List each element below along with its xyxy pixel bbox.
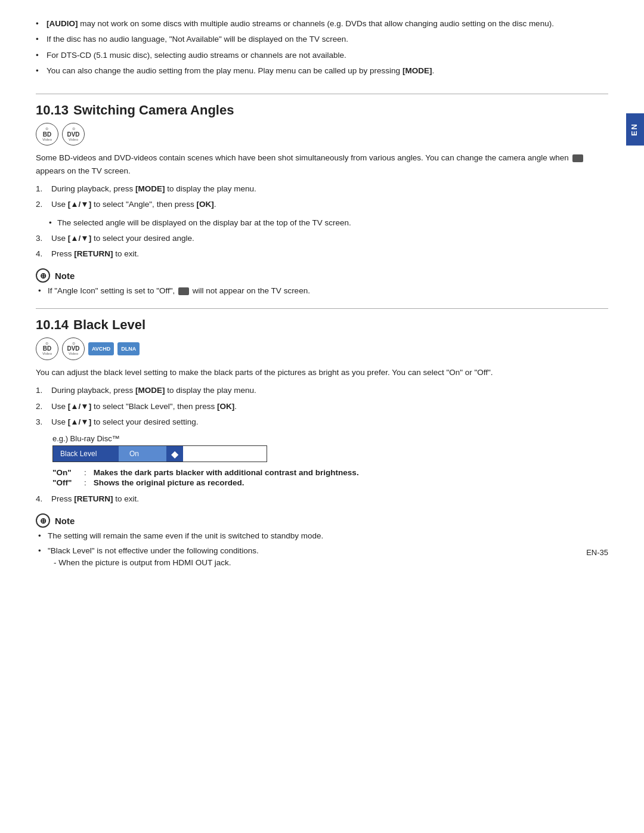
divider-2 <box>36 308 608 309</box>
bullet-audio: [AUDIO] may not work on some discs with … <box>36 18 608 30</box>
badge-dvd-bl: ⊙ DVD Video <box>62 337 85 360</box>
bullet-mode: You can also change the audio setting fr… <box>36 65 608 77</box>
divider-1 <box>36 94 608 94</box>
camera-sub-bullet: The selected angle will be displayed on … <box>36 217 608 229</box>
camera-steps-cont: 3. Use [▲/▼] to select your desired angl… <box>36 233 608 261</box>
section-bl-title: Black Level <box>73 317 145 333</box>
bl-note-bullets: The setting will remain the same even if… <box>38 530 608 569</box>
bullet-no-audio-text: If the disc has no audio language, "Not … <box>47 35 348 44</box>
section-camera-heading: 10.13 Switching Camera Angles <box>36 103 608 118</box>
angle-icon-inline <box>178 287 189 295</box>
bl-steps: 1. During playback, press [MODE] to disp… <box>36 385 608 428</box>
bl-bar-label: Black Level <box>53 446 119 462</box>
badge-dlna-bl: DLNA <box>117 342 140 355</box>
camera-body: Some BD-videos and DVD-videos contain sc… <box>36 151 608 177</box>
camera-note: ⊕ Note If "Angle Icon" setting is set to… <box>36 268 608 297</box>
bl-note-bullet-2: "Black Level" is not effective under the… <box>38 545 608 569</box>
camera-steps: 1. During playback, press [MODE] to disp… <box>36 183 608 211</box>
camera-angle-icon <box>572 154 583 162</box>
bl-bar-arrow: ◆ <box>166 446 183 462</box>
camera-note-heading: ⊕ Note <box>36 268 608 283</box>
bl-eg-label: e.g.) Blu-ray Disc™ <box>52 434 608 443</box>
section-camera-number: 10.13 <box>36 103 69 118</box>
bl-step4-list: 4. Press [RETURN] to exit. <box>36 493 608 505</box>
bullet-dts-text: For DTS-CD (5.1 music disc), selecting a… <box>47 51 346 60</box>
bullet-no-audio: If the disc has no audio language, "Not … <box>36 33 608 45</box>
page-wrapper: EN [AUDIO] may not work on some discs wi… <box>36 18 608 569</box>
section-camera: 10.13 Switching Camera Angles ⊙ BD Video… <box>36 103 608 298</box>
off-desc-text: Shows the original picture as recorded. <box>94 478 244 487</box>
off-label: "Off" <box>52 478 79 487</box>
bl-bar-value: On <box>119 446 166 462</box>
camera-note-bullet-1: If "Angle Icon" setting is set to "Off",… <box>38 285 608 297</box>
note-icon-bl: ⊕ <box>36 513 50 528</box>
section-bl-heading: 10.14 Black Level <box>36 317 608 333</box>
bl-bar: Black Level On ◆ <box>52 445 267 462</box>
badge-bd-camera: ⊙ BD Video <box>36 123 58 145</box>
camera-body-text2: appears on the TV screen. <box>36 166 131 175</box>
section-bl-number: 10.14 <box>36 317 69 333</box>
note-icon-camera: ⊕ <box>36 268 50 283</box>
off-desc-row: "Off" : Shows the original picture as re… <box>52 478 608 487</box>
bl-body: You can adjust the black level setting t… <box>36 366 608 379</box>
top-bullets-section: [AUDIO] may not work on some discs with … <box>36 18 608 77</box>
bl-note-bullet-1: The setting will remain the same even if… <box>38 530 608 542</box>
badge-dvd-camera: ⊙ DVD Video <box>62 123 85 145</box>
bl-note-label: Note <box>55 516 75 526</box>
camera-step-3: 3. Use [▲/▼] to select your desired angl… <box>36 233 608 244</box>
bl-step-2: 2. Use [▲/▼] to select "Black Level", th… <box>36 401 608 413</box>
en-tab: EN <box>626 113 644 145</box>
top-bullets-list: [AUDIO] may not work on some discs with … <box>36 18 608 77</box>
camera-step-2: 2. Use [▲/▼] to select "Angle", then pre… <box>36 199 608 210</box>
bl-demo: e.g.) Blu-ray Disc™ Black Level On ◆ <box>52 434 608 462</box>
bl-step-4: 4. Press [RETURN] to exit. <box>36 493 608 505</box>
camera-note-bullets: If "Angle Icon" setting is set to "Off",… <box>38 285 608 297</box>
on-desc-row: "On" : Makes the dark parts blacker with… <box>52 468 608 477</box>
camera-body-text: Some BD-videos and DVD-videos contain sc… <box>36 153 571 162</box>
on-label: "On" <box>52 468 79 477</box>
badge-avchd-bl: AVCHD <box>88 342 114 355</box>
bl-note: ⊕ Note The setting will remain the same … <box>36 513 608 569</box>
bullet-dts: For DTS-CD (5.1 music disc), selecting a… <box>36 49 608 61</box>
bl-step-1: 1. During playback, press [MODE] to disp… <box>36 385 608 397</box>
bl-note-heading: ⊕ Note <box>36 513 608 528</box>
bl-badge-row: ⊙ BD Video ⊙ DVD Video AVCHD DLNA <box>36 337 608 360</box>
bullet-mode-text: You can also change the audio setting fr… <box>47 66 434 75</box>
bl-step-3: 3. Use [▲/▼] to select your desired sett… <box>36 416 608 428</box>
section-camera-title: Switching Camera Angles <box>73 103 234 118</box>
page-number: EN-35 <box>586 548 608 557</box>
badge-bd-bl: ⊙ BD Video <box>36 337 58 360</box>
camera-badge-row: ⊙ BD Video ⊙ DVD Video <box>36 123 608 145</box>
on-off-description: "On" : Makes the dark parts blacker with… <box>52 468 608 487</box>
camera-step-1: 1. During playback, press [MODE] to disp… <box>36 183 608 195</box>
bl-body-text: You can adjust the black level setting t… <box>36 368 493 377</box>
section-black-level: 10.14 Black Level ⊙ BD Video ⊙ DVD Video… <box>36 317 608 569</box>
bullet-audio-text: [AUDIO] may not work on some discs with … <box>47 19 554 28</box>
on-desc-text: Makes the dark parts blacker with additi… <box>94 468 359 477</box>
camera-note-label: Note <box>55 271 75 281</box>
camera-step-4: 4. Press [RETURN] to exit. <box>36 248 608 260</box>
